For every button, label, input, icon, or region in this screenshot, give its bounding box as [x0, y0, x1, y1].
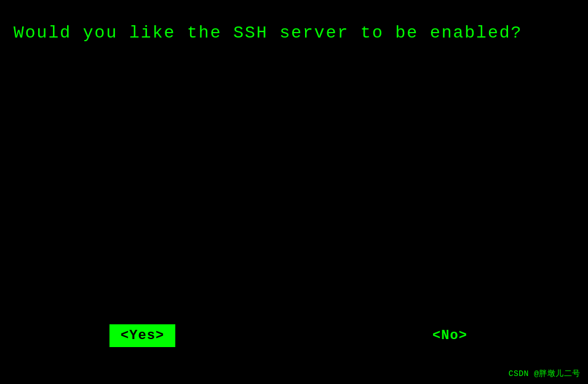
no-button[interactable]: <No>: [421, 324, 479, 347]
yes-button[interactable]: <Yes>: [109, 324, 175, 347]
watermark-text: CSDN @胖墩儿二号: [509, 368, 581, 379]
ssh-question-text: Would you like the SSH server to be enab…: [14, 23, 522, 42]
terminal-screen: Would you like the SSH server to be enab…: [0, 0, 588, 384]
buttons-container: <Yes> <No>: [0, 324, 588, 347]
